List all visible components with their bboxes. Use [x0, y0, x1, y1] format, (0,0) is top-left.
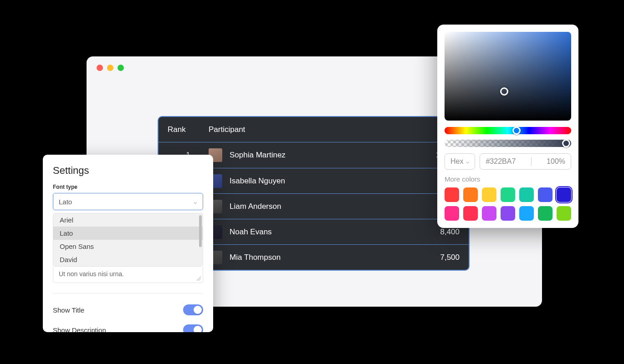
col-header-rank: Rank: [168, 125, 209, 134]
font-option[interactable]: Ariel: [53, 213, 203, 227]
color-swatch[interactable]: [463, 187, 478, 202]
participant-name: Noah Evans: [230, 228, 272, 237]
color-gradient-area[interactable]: [445, 32, 571, 121]
color-format-value: Hex: [450, 157, 463, 166]
color-swatch[interactable]: [482, 187, 496, 202]
color-swatch[interactable]: [538, 187, 552, 202]
chevron-down-icon: ⌵: [466, 158, 469, 165]
divider: [53, 293, 203, 293]
show-title-label: Show Title: [53, 306, 84, 314]
color-format-select[interactable]: Hex ⌵: [445, 153, 475, 170]
color-swatch[interactable]: [501, 187, 515, 202]
color-swatch[interactable]: [519, 206, 534, 221]
alpha-slider[interactable]: [445, 140, 571, 147]
opacity-value: 100%: [547, 157, 565, 166]
score-cell: 8,400: [405, 228, 460, 237]
color-swatch[interactable]: [538, 206, 552, 221]
color-swatch[interactable]: [463, 206, 478, 221]
separator: [531, 157, 532, 166]
description-textarea[interactable]: Ut non varius nisi urna.: [53, 267, 203, 283]
color-cursor[interactable]: [500, 87, 508, 96]
participant-name: Isabella Nguyen: [230, 177, 285, 186]
color-swatch[interactable]: [501, 206, 515, 221]
font-option[interactable]: Open Sans: [53, 240, 203, 253]
chevron-down-icon: ⌵: [194, 198, 197, 205]
window-minimize-button[interactable]: [107, 65, 113, 71]
more-colors-label: More colors: [445, 175, 571, 183]
color-swatch[interactable]: [482, 206, 496, 221]
scrollbar[interactable]: [199, 215, 202, 247]
show-description-toggle[interactable]: [183, 324, 203, 332]
color-value-input[interactable]: #322BA7 100%: [480, 153, 571, 170]
font-option[interactable]: Lato: [53, 227, 203, 240]
font-select[interactable]: Lato ⌵: [53, 193, 203, 210]
hue-slider[interactable]: [445, 127, 571, 134]
font-dropdown-list: Ariel Lato Open Sans David: [53, 213, 203, 267]
color-swatch[interactable]: [557, 206, 571, 221]
hue-thumb[interactable]: [512, 126, 521, 135]
participant-name: Liam Anderson: [230, 202, 281, 211]
color-swatch[interactable]: [445, 187, 459, 202]
show-description-label: Show Description: [53, 326, 106, 333]
participant-name: Sophia Martinez: [230, 151, 286, 160]
color-swatch[interactable]: [445, 206, 459, 221]
leaderboard-header: Rank Participant Score: [159, 117, 469, 142]
font-select-value: Lato: [59, 198, 72, 206]
color-swatch[interactable]: [519, 187, 534, 202]
show-title-toggle[interactable]: [183, 304, 203, 315]
settings-title: Settings: [53, 165, 203, 177]
window-maximize-button[interactable]: [118, 65, 124, 71]
font-option[interactable]: David: [53, 253, 203, 266]
font-type-label: Font type: [53, 184, 203, 190]
alpha-thumb[interactable]: [562, 139, 570, 147]
score-cell: 7,500: [405, 253, 460, 262]
participant-name: Mia Thompson: [230, 253, 281, 262]
color-swatch[interactable]: [557, 187, 571, 202]
settings-panel: Settings Font type Lato ⌵ Ariel Lato Ope…: [43, 155, 213, 332]
window-close-button[interactable]: [97, 65, 103, 71]
color-swatches: [445, 187, 571, 221]
color-picker-panel: Hex ⌵ #322BA7 100% More colors: [437, 25, 578, 228]
hex-value: #322BA7: [486, 157, 516, 166]
col-header-participant: Participant: [209, 125, 405, 134]
